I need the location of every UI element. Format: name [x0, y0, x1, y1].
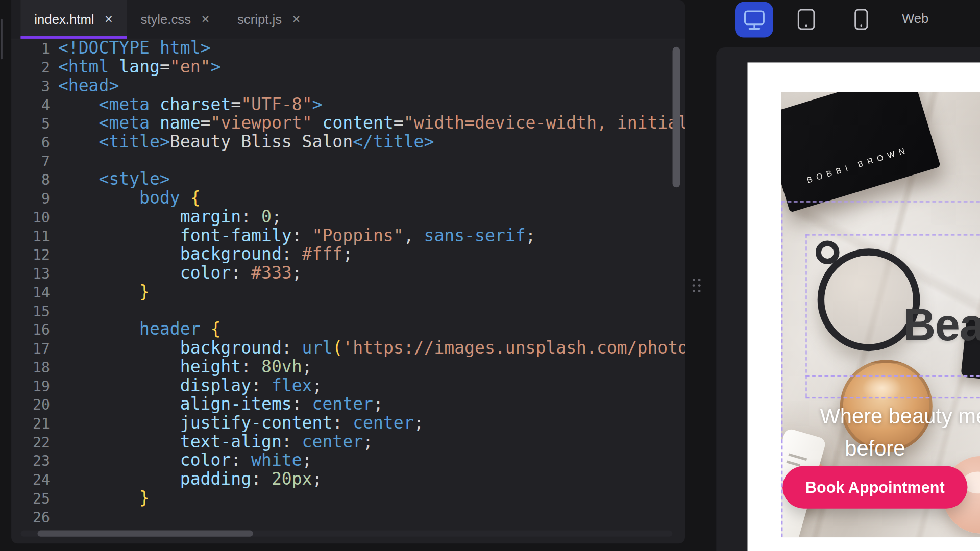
editor-horizontal-scrollbar-thumb[interactable] — [37, 531, 253, 537]
code-line: 23 color: white; — [11, 451, 685, 470]
line-number: 5 — [22, 114, 50, 133]
code-line: 1<!DOCTYPE html> — [11, 39, 685, 58]
tab-label: index.html — [34, 12, 94, 27]
mirror-clasp — [816, 240, 840, 264]
code-line: 21 justify-content: center; — [11, 414, 685, 433]
code-line: 5 <meta name="viewport" content="width=d… — [11, 114, 685, 133]
close-icon[interactable]: ✕ — [201, 13, 210, 26]
line-number: 3 — [22, 77, 50, 96]
preview-page: BOBBI BROWN Beauty Bliss Salon Where bea… — [747, 62, 980, 551]
line-number: 25 — [22, 489, 50, 508]
tab-style-css[interactable]: style.css ✕ — [127, 0, 224, 39]
line-number: 2 — [22, 58, 50, 77]
editor-horizontal-scrollbar-track[interactable] — [20, 531, 672, 537]
book-appointment-button[interactable]: Book Appointment — [782, 466, 967, 508]
tab-label: style.css — [140, 12, 191, 27]
code-line: 12 background: #fff; — [11, 245, 685, 264]
editor-tabbar: index.html ✕ style.css ✕ script.js ✕ — [11, 0, 685, 39]
code-line: 20 align-items: center; — [11, 395, 685, 414]
code-line: 3<head> — [11, 76, 685, 95]
code-editor-panel: index.html ✕ style.css ✕ script.js ✕ 1<!… — [11, 0, 685, 543]
line-number: 12 — [22, 245, 50, 264]
close-icon[interactable]: ✕ — [292, 13, 301, 26]
close-icon[interactable]: ✕ — [104, 13, 113, 26]
line-number: 13 — [22, 264, 50, 283]
line-number: 11 — [22, 227, 50, 245]
line-number: 17 — [22, 339, 50, 358]
tab-label: script.js — [237, 12, 282, 27]
device-tablet-button[interactable] — [795, 7, 818, 32]
desktop-icon — [742, 8, 767, 32]
line-number: 15 — [22, 302, 50, 320]
line-number: 20 — [22, 395, 50, 414]
line-number: 21 — [22, 414, 50, 433]
code-line: 26 — [11, 507, 685, 524]
code-line: 10 margin: 0; — [11, 208, 685, 227]
line-number: 24 — [22, 470, 50, 489]
code-line: 19 display: flex; — [11, 376, 685, 395]
line-number: 22 — [22, 433, 50, 452]
code-line: 16 header { — [11, 320, 685, 339]
code-line: 2<html lang="en"> — [11, 58, 685, 77]
tab-script-js[interactable]: script.js ✕ — [224, 0, 314, 39]
panel-resize-handle-icon[interactable] — [693, 279, 703, 296]
app-window: index.html ✕ style.css ✕ script.js ✕ 1<!… — [0, 0, 980, 551]
preview-panel: BOBBI BROWN Beauty Bliss Salon Where bea… — [716, 47, 980, 551]
line-number: 26 — [22, 508, 50, 525]
line-number: 9 — [22, 189, 50, 208]
code-line: 18 height: 80vh; — [11, 357, 685, 376]
code-line: 6 <title>Beauty Bliss Salon</title> — [11, 133, 685, 152]
line-number: 10 — [22, 208, 50, 227]
code-line: 8 <style> — [11, 170, 685, 189]
web-mode-label[interactable]: Web — [902, 11, 928, 26]
code-line: 24 padding: 20px; — [11, 470, 685, 489]
code-line: 4 <meta charset="UTF-8"> — [11, 95, 685, 114]
line-number: 19 — [22, 377, 50, 395]
palette-brand-text: BOBBI BROWN — [805, 145, 910, 185]
code-line: 9 body { — [11, 189, 685, 208]
code-line: 17 background: url('https://images.unspl… — [11, 339, 685, 358]
code-line: 11 font-family: "Poppins", sans-serif; — [11, 226, 685, 245]
phone-icon — [854, 8, 869, 31]
line-number: 23 — [22, 452, 50, 470]
line-number: 18 — [22, 358, 50, 377]
line-number: 4 — [22, 95, 50, 114]
line-number: 7 — [22, 152, 50, 171]
line-number: 1 — [22, 39, 50, 58]
left-mini-scrollbar[interactable] — [1, 19, 3, 60]
device-desktop-button[interactable] — [735, 2, 773, 38]
code-line: 14 } — [11, 282, 685, 301]
line-number: 14 — [22, 283, 50, 302]
code-area[interactable]: 1<!DOCTYPE html>2<html lang="en">3<head>… — [11, 39, 685, 525]
makeup-palette: BOBBI BROWN — [781, 92, 941, 213]
site-tagline-line2: before — [831, 436, 919, 461]
code-line: 13 color: #333; — [11, 264, 685, 283]
code-line: 15 — [11, 301, 685, 320]
line-number: 16 — [22, 320, 50, 339]
tablet-icon — [797, 8, 816, 31]
site-heading: Beauty Bliss Salon — [903, 299, 980, 350]
editor-vertical-scrollbar[interactable] — [673, 47, 680, 188]
code-line: 22 text-align: center; — [11, 432, 685, 451]
line-number: 6 — [22, 133, 50, 152]
code-line: 25 } — [11, 489, 685, 508]
code-line: 7 — [11, 151, 685, 170]
site-tagline-line1: Where beauty meets relaxation — Glow — [820, 404, 980, 429]
hero-header: BOBBI BROWN Beauty Bliss Salon Where bea… — [781, 92, 980, 537]
tab-index-html[interactable]: index.html ✕ — [20, 0, 127, 39]
device-phone-button[interactable] — [851, 8, 871, 32]
line-number: 8 — [22, 170, 50, 189]
